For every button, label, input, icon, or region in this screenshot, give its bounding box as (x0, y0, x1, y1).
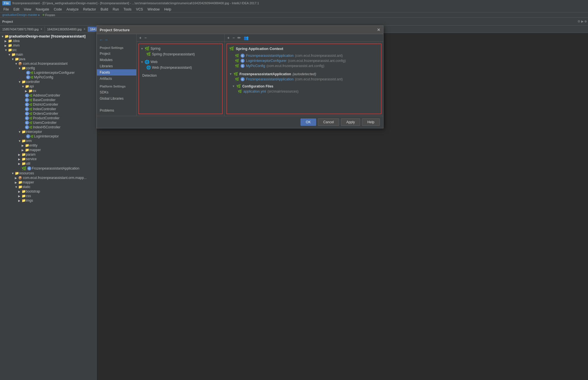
nav-project[interactable]: Project (97, 51, 136, 57)
right-more-btn[interactable]: 👥 (243, 35, 249, 40)
tree-param[interactable]: ▶ 📁 param (0, 152, 96, 157)
ctx-item-login-config[interactable]: 🌿 C LoginInterceptorConfigurer (com.ecut… (229, 58, 379, 63)
ctx-item-frozen-app[interactable]: 🌿 C FrozenpearassistantApplication (com.… (229, 53, 379, 58)
nav-back-btn[interactable]: ← (99, 37, 103, 42)
tree-mapper-res[interactable]: ▶ 📁 mapper (0, 180, 96, 185)
middle-remove-btn[interactable]: − (143, 35, 147, 40)
tab-1[interactable]: 164204138305548​00.jpg × (45, 27, 88, 32)
web-child-label: Web (frozenpearassistant) (152, 66, 192, 70)
right-remove-btn[interactable]: − (232, 35, 235, 40)
tab-1-close[interactable]: × (84, 28, 85, 31)
web-group-header[interactable]: ▼ 🌐 Web (141, 59, 220, 65)
detection-item[interactable]: Detection (141, 72, 220, 79)
tree-api[interactable]: ▼ 📁 api (0, 84, 96, 89)
cancel-button[interactable]: Cancel (318, 118, 339, 126)
nav-facets[interactable]: Facets (97, 69, 136, 76)
breadcrumb-project[interactable]: graduationDesign-master ▸ (2, 13, 40, 17)
tree-main[interactable]: ▼ 📁 main (0, 52, 96, 57)
tree-mypicconfig[interactable]: ▶ C 🌿 MyPicConfig (0, 75, 96, 80)
menu-refactor[interactable]: Refactor (81, 7, 98, 12)
menu-run[interactable]: Run (110, 7, 121, 12)
tree-index-ctrl[interactable]: ▶ C 🌿 IndexController (0, 107, 96, 111)
nav-modules[interactable]: Modules (97, 57, 136, 63)
tree-src[interactable]: ▼ 📁 src (0, 48, 96, 52)
mvn-label: .mvn (12, 43, 20, 47)
address-class-icon: C (25, 93, 29, 97)
spring-context-title: 🌿 Spring Application Context (229, 46, 379, 51)
tree-entity[interactable]: ▶ 📁 entity (0, 143, 96, 148)
idea-arrow: ▶ (5, 39, 8, 43)
tree-users[interactable]: ▶ C 🌿 UsersController (0, 120, 96, 125)
tree-util[interactable]: ▶ 📁 util (0, 161, 96, 166)
tree-pkg-mapper[interactable]: ▶ 📦 com.ecut.frozenpearassistant.orm.map… (0, 176, 96, 180)
dialog-close-button[interactable]: ✕ (377, 28, 380, 32)
config-files-header[interactable]: ▼ 🌿 Configuration Files (232, 83, 379, 89)
menu-help[interactable]: Help (162, 7, 174, 12)
nav-global-libraries[interactable]: Global Libraries (97, 95, 136, 102)
tree-pkg-root[interactable]: ▼ 📦 com.ecut.frozenpearassistant (0, 61, 96, 66)
spring-child-item[interactable]: 🌿 Spring (frozenpearassistant) (141, 51, 220, 57)
tab-0-label: 158574347389717800.jpg (2, 28, 39, 31)
middle-add-btn[interactable]: + (138, 35, 142, 40)
nav-problems[interactable]: Problems (97, 107, 136, 114)
tab-0[interactable]: 158574347389717800.jpg × (0, 27, 45, 32)
menu-tools[interactable]: Tools (121, 7, 134, 12)
tree-css[interactable]: ▶ 📁 css (0, 194, 96, 198)
menu-navigate[interactable]: Navigate (34, 7, 51, 12)
web-child-item[interactable]: 🌐 Web (frozenpearassistant) (141, 65, 220, 70)
autodetected-header[interactable]: ▼ 🌿 FrozenpearassistantApplication (auto… (229, 71, 379, 77)
menu-analyze[interactable]: Analyze (64, 7, 81, 12)
menu-build[interactable]: Build (98, 7, 110, 12)
tree-mvn[interactable]: ▶ 📁 .mvn (0, 43, 96, 48)
autodetected-child-item[interactable]: 🌿 C FrozenpearassistantApplication (com.… (229, 77, 379, 82)
tree-district[interactable]: ▶ C 🌿 DistrictController (0, 102, 96, 107)
toolbar: Project ⚙ ▶ ⊕ (0, 18, 588, 26)
tree-static[interactable]: ▼ 📁 static (0, 185, 96, 189)
nav-sdks[interactable]: SDKs (97, 89, 136, 95)
nav-libraries[interactable]: Libraries (97, 63, 136, 69)
tree-login-config[interactable]: ▶ C 🌿 LoginInterceptorConfigurer (0, 70, 96, 75)
right-add-btn[interactable]: + (226, 35, 230, 40)
tree-imgs[interactable]: ▶ 📁 imgs (0, 198, 96, 203)
tree-login-inter[interactable]: ▶ C 🌿 LoginInterceptor (0, 134, 96, 139)
tree-mapper-orm[interactable]: ▶ 📁 mapper (0, 148, 96, 152)
menu-vcs[interactable]: VCS (134, 7, 145, 12)
district-label: DistrictController (33, 103, 58, 107)
ctx-item-mypic[interactable]: 🌿 C MyPicConfig (com.ecut.frozenpearassi… (229, 63, 379, 68)
tree-controller[interactable]: ▼ 📁 controller (0, 80, 96, 84)
menu-view[interactable]: View (22, 7, 34, 12)
tree-root[interactable]: ▼ 📁 graduationDesign-master [frozenpeara… (0, 34, 96, 39)
menu-code[interactable]: Code (51, 7, 64, 12)
tree-product[interactable]: ▶ C 🌿 ProductController (0, 116, 96, 120)
right-edit-btn[interactable]: ✏ (237, 35, 242, 40)
tree-indexh5[interactable]: ▶ C 🌿 IndexH5Controller (0, 125, 96, 130)
tree-ex[interactable]: ▶ 📁 ex (0, 89, 96, 93)
spring-group-header[interactable]: ▼ 🌿 Spring (141, 46, 220, 51)
apply-button[interactable]: Apply (341, 118, 360, 126)
pkg-mapper-label: com.ecut.frozenpearassistant.orm.mapp... (23, 176, 87, 180)
help-button[interactable]: Help (362, 118, 380, 126)
tree-service[interactable]: ▶ 📁 service (0, 157, 96, 161)
tree-bootstrap[interactable]: ▶ 📁 bootstrap (0, 189, 96, 194)
src-arrow: ▼ (5, 49, 8, 52)
menu-edit[interactable]: Edit (11, 7, 22, 12)
ctx-item-frozen-class: C (241, 54, 245, 58)
tree-address[interactable]: ▶ C 🌿 AddressController (0, 93, 96, 98)
tree-java[interactable]: ▼ 📁 java (0, 57, 96, 61)
tree-orders[interactable]: ▶ C 🌿 OrdersController (0, 111, 96, 116)
tree-idea[interactable]: ▶ 📁 .idea (0, 39, 96, 43)
ok-button[interactable]: OK (301, 118, 316, 126)
tree-resources[interactable]: ▼ 📁 resources (0, 171, 96, 176)
file-button[interactable]: File (2, 1, 11, 5)
nav-forward-btn[interactable]: → (104, 37, 108, 42)
menu-file[interactable]: File (1, 7, 11, 12)
tree-interceptor[interactable]: ▼ 📁 interceptor (0, 130, 96, 134)
config-file-item[interactable]: 🌿 application.yml (src\main\resources) (232, 89, 379, 94)
tree-orm[interactable]: ▼ 📁 orm (0, 139, 96, 143)
tab-0-close[interactable]: × (41, 28, 42, 31)
tree-base[interactable]: ▶ C 🌿 BaseController (0, 98, 96, 102)
tree-frozen-app[interactable]: ▶ 🌿 C FrozenpearassistantApplication (0, 166, 96, 171)
tree-config[interactable]: ▼ 📁 config (0, 66, 96, 70)
nav-artifacts[interactable]: Artifacts (97, 76, 136, 82)
menu-window[interactable]: Window (145, 7, 162, 12)
